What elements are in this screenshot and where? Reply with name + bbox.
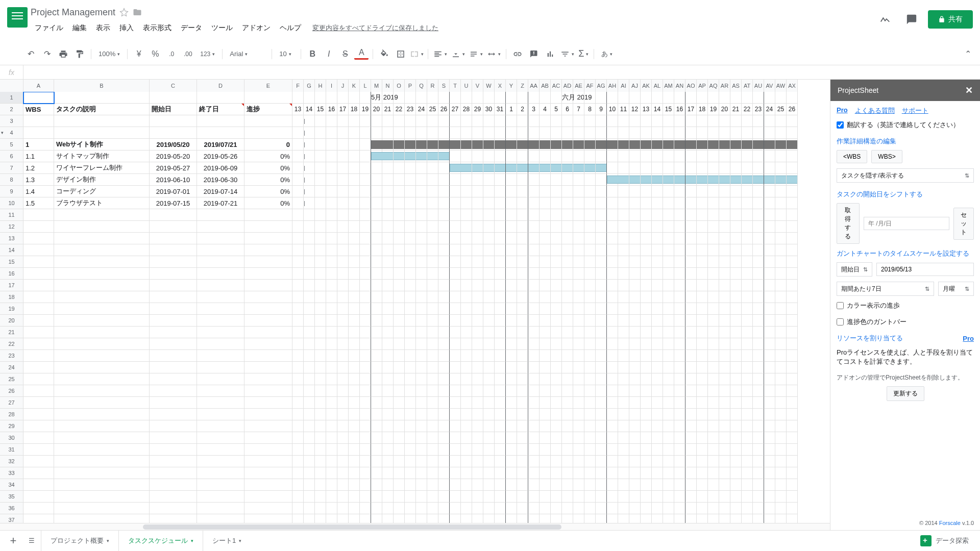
gantt-cell-r22-d26[interactable]	[584, 338, 596, 350]
gantt-cell-r30-d34[interactable]	[674, 432, 685, 444]
gantt-cell-r10-d37[interactable]	[708, 197, 719, 209]
gantt-cell-r14-d7[interactable]	[371, 244, 382, 256]
gantt-cell-r16-d11[interactable]	[416, 268, 427, 280]
cell-E28[interactable]	[244, 409, 292, 420]
gantt-cell-r4-d35[interactable]	[685, 127, 697, 139]
gantt-cell-r19-d2[interactable]	[315, 303, 326, 315]
gantt-cell-r15-d28[interactable]	[607, 256, 618, 268]
gantt-cell-r30-d15[interactable]	[461, 432, 472, 444]
gantt-cell-r22-d8[interactable]	[382, 338, 394, 350]
col-header-AA[interactable]: AA	[528, 80, 540, 92]
gantt-cell-r1-d9[interactable]	[394, 92, 405, 104]
gantt-cell-r22-d7[interactable]	[371, 338, 382, 350]
gantt-cell-r26-d39[interactable]	[730, 385, 742, 397]
gantt-cell-r20-d27[interactable]	[596, 315, 607, 327]
gantt-cell-r15-d40[interactable]	[742, 256, 753, 268]
gantt-cell-r33-d12[interactable]	[427, 467, 438, 479]
cell-B37[interactable]	[54, 514, 150, 523]
gantt-cell-r21-d40[interactable]	[742, 327, 753, 338]
gantt-cell-r4-d22[interactable]	[540, 127, 551, 139]
gantt-cell-r17-d8[interactable]	[382, 280, 394, 291]
gantt-cell-r18-d26[interactable]	[584, 291, 596, 303]
gantt-cell-r6-d38[interactable]	[719, 151, 730, 162]
gantt-cell-r29-d27[interactable]	[596, 420, 607, 432]
cell-A23[interactable]	[23, 350, 54, 362]
cell-B9[interactable]: コーディング	[54, 186, 150, 197]
gantt-cell-r4-d37[interactable]	[708, 127, 719, 139]
gantt-cell-r35-d16[interactable]	[472, 491, 483, 503]
gantt-cell-r34-d38[interactable]	[719, 479, 730, 491]
gantt-cell-r18-d3[interactable]	[326, 291, 337, 303]
gantt-cell-r6-d8[interactable]	[382, 151, 394, 162]
gantt-cell-r22-d20[interactable]	[517, 338, 528, 350]
gantt-cell-r20-d18[interactable]	[495, 315, 506, 327]
gantt-cell-r22-d0[interactable]	[292, 338, 304, 350]
gantt-cell-r3-d34[interactable]	[674, 115, 685, 127]
gantt-cell-r14-d12[interactable]	[427, 244, 438, 256]
menu-addons[interactable]: アドオン	[238, 21, 275, 35]
gantt-cell-r20-d15[interactable]	[461, 315, 472, 327]
gantt-cell-r23-d6[interactable]	[360, 350, 371, 362]
gantt-cell-r6-d19[interactable]	[506, 151, 517, 162]
gantt-cell-r6-d25[interactable]	[573, 151, 584, 162]
gantt-cell-r15-d5[interactable]	[349, 256, 360, 268]
gantt-cell-r18-d35[interactable]	[685, 291, 697, 303]
gantt-cell-r28-d38[interactable]	[719, 409, 730, 420]
gantt-cell-r26-d43[interactable]	[775, 385, 787, 397]
gantt-cell-r6-d20[interactable]	[517, 151, 528, 162]
gantt-cell-r8-d8[interactable]	[382, 174, 394, 186]
gantt-cell-r31-d21[interactable]	[528, 444, 540, 456]
gantt-cell-r24-d21[interactable]	[528, 362, 540, 373]
cell-C34[interactable]	[150, 479, 197, 491]
gantt-cell-r5-d38[interactable]	[719, 139, 730, 151]
cell-C27[interactable]	[150, 397, 197, 409]
cell-A10[interactable]: 1.5	[23, 197, 54, 209]
gantt-cell-r9-d31[interactable]	[641, 186, 652, 197]
gantt-cell-r7-d18[interactable]	[495, 162, 506, 174]
gantt-cell-r19-d36[interactable]	[697, 303, 708, 315]
row-header-26[interactable]: 26	[0, 385, 23, 397]
gantt-cell-r1-d7[interactable]: 5月 2019	[371, 92, 382, 104]
gantt-cell-r18-d0[interactable]	[292, 291, 304, 303]
gantt-cell-r11-d38[interactable]	[719, 209, 730, 221]
menu-help[interactable]: ヘルプ	[276, 21, 305, 35]
gantt-cell-r29-d34[interactable]	[674, 420, 685, 432]
gantt-cell-r25-d33[interactable]	[663, 373, 674, 385]
gantt-cell-r3-d29[interactable]	[618, 115, 629, 127]
gantt-cell-r28-d15[interactable]	[461, 409, 472, 420]
gantt-cell-r17-d19[interactable]	[506, 280, 517, 291]
gantt-cell-r24-d0[interactable]	[292, 362, 304, 373]
gantt-cell-r17-d14[interactable]	[450, 280, 461, 291]
cell-E16[interactable]	[244, 268, 292, 280]
gantt-cell-r37-d3[interactable]	[326, 514, 337, 523]
col-header-N[interactable]: N	[382, 80, 394, 92]
gantt-cell-r13-d19[interactable]	[506, 233, 517, 244]
gantt-cell-r14-d31[interactable]	[641, 244, 652, 256]
gantt-cell-r15-d32[interactable]	[652, 256, 663, 268]
gantt-cell-r27-d34[interactable]	[674, 397, 685, 409]
gantt-cell-r1-d27[interactable]	[596, 92, 607, 104]
gantt-cell-r7-d25[interactable]	[573, 162, 584, 174]
cell-B1[interactable]	[54, 92, 150, 104]
gantt-cell-r17-d1[interactable]	[304, 280, 315, 291]
gantt-cell-r15-d33[interactable]	[663, 256, 674, 268]
gantt-cell-r12-d39[interactable]	[730, 221, 742, 233]
gantt-cell-r8-d3[interactable]	[326, 174, 337, 186]
gantt-cell-r29-d37[interactable]	[708, 420, 719, 432]
cell-B4[interactable]	[54, 127, 150, 139]
row-header-17[interactable]: 17	[0, 280, 23, 291]
gantt-cell-r7-d12[interactable]	[427, 162, 438, 174]
gantt-cell-r24-d34[interactable]	[674, 362, 685, 373]
gantt-cell-r9-d26[interactable]	[584, 186, 596, 197]
col-header-D[interactable]: D	[197, 80, 244, 92]
gantt-cell-r10-d36[interactable]	[697, 197, 708, 209]
gantt-cell-r13-d30[interactable]	[629, 233, 641, 244]
cell-C5[interactable]: 2019/05/20	[150, 139, 197, 151]
cell-D21[interactable]	[197, 327, 244, 338]
gantt-cell-r7-d7[interactable]	[371, 162, 382, 174]
row-header-4[interactable]: 4▾	[0, 127, 23, 139]
gantt-cell-r1-d19[interactable]	[506, 92, 517, 104]
gantt-cell-r25-d23[interactable]	[551, 373, 562, 385]
gantt-cell-r18-d15[interactable]	[461, 291, 472, 303]
gantt-cell-r15-d42[interactable]	[764, 256, 775, 268]
